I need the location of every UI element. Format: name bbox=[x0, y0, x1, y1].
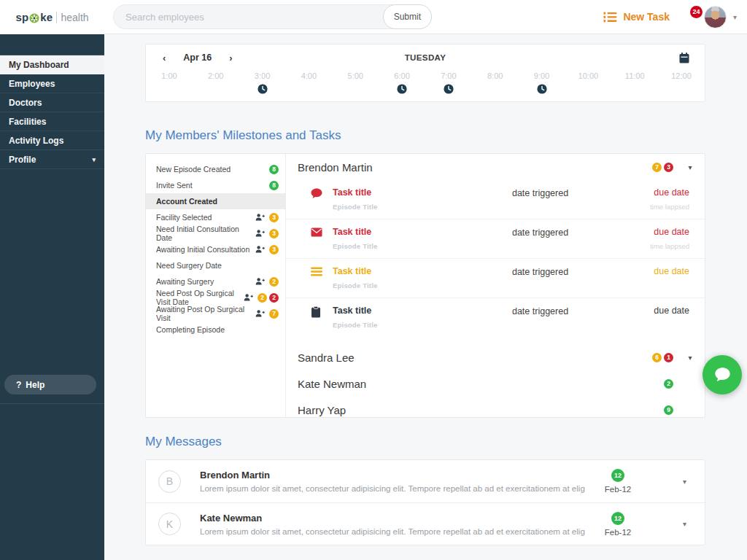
hour-label: 7:00 bbox=[441, 71, 456, 80]
message-avatar: B bbox=[158, 470, 181, 493]
app-logo[interactable]: sp ke health bbox=[0, 0, 104, 34]
help-label: Help bbox=[26, 380, 44, 390]
member-expand-chevron-icon[interactable]: ▾ bbox=[686, 163, 694, 171]
sidebar-item-label: Activity Logs bbox=[9, 136, 63, 146]
message-expand-chevron-icon[interactable]: ▾ bbox=[683, 478, 686, 486]
calendar-icon[interactable] bbox=[679, 52, 689, 63]
milestone-row[interactable]: New Episode Created8 bbox=[146, 161, 285, 177]
milestones-list: New Episode Created8Invite Sent8Account … bbox=[146, 154, 286, 417]
milestone-label: Awaiting Post Op Surgical Visit bbox=[156, 305, 255, 322]
topbar-right: New Task 24 ▾ bbox=[603, 6, 747, 28]
member-row-right: 9▾ bbox=[664, 405, 694, 415]
question-mark-icon: ? bbox=[16, 380, 21, 390]
prev-day-chevron-icon[interactable]: ‹ bbox=[161, 52, 167, 63]
task-row[interactable]: Task titleEpisode Titledate triggereddue… bbox=[286, 180, 705, 219]
sidebar-item-activity-logs[interactable]: Activity Logs bbox=[0, 131, 104, 150]
topbar: Submit New Task 24 ▾ bbox=[104, 0, 747, 34]
milestone-badges: 3 bbox=[255, 213, 279, 222]
count-badge-green: 9 bbox=[664, 405, 673, 415]
message-expand-chevron-icon[interactable]: ▾ bbox=[683, 520, 686, 528]
milestone-row[interactable]: Invite Sent8 bbox=[146, 177, 285, 193]
hour-label: 10:00 bbox=[578, 71, 599, 80]
milestone-row[interactable]: Awaiting Post Op Surgical Visit7 bbox=[146, 306, 285, 322]
sidebar-item-label: Doctors bbox=[9, 98, 42, 108]
count-badge-yellow: 2 bbox=[269, 277, 279, 287]
message-meta: 12Feb-12 bbox=[595, 512, 640, 537]
date-triggered: date triggered bbox=[460, 187, 621, 198]
chat-icon bbox=[311, 188, 322, 199]
notification-badge[interactable]: 24 bbox=[690, 6, 703, 18]
sidebar-divider bbox=[0, 403, 104, 404]
count-badge-green: 2 bbox=[664, 379, 673, 389]
sidebar-item-employees[interactable]: Employees bbox=[0, 74, 104, 93]
message-avatar: K bbox=[158, 513, 181, 535]
avatar-chevron-down-icon[interactable]: ▾ bbox=[733, 13, 737, 21]
logo-text-prefix: sp bbox=[15, 11, 28, 23]
member-row-right: 2▾ bbox=[664, 379, 694, 389]
member-row[interactable]: Sandra Lee61▾ bbox=[286, 344, 705, 370]
members-icon bbox=[255, 214, 266, 221]
task-row[interactable]: Task titleEpisode Titledate triggereddue… bbox=[286, 298, 705, 337]
sidebar-item-facilities[interactable]: Facilities bbox=[0, 112, 104, 131]
search-bar: Submit bbox=[113, 4, 432, 29]
member-row[interactable]: Brendon Martin73▾ bbox=[286, 154, 705, 180]
hour-label: 2:00 bbox=[208, 71, 223, 80]
milestone-badges: 22 bbox=[244, 293, 279, 303]
date-navigator: ‹ Apr 16 › bbox=[161, 52, 234, 63]
task-title: Task title bbox=[333, 266, 460, 276]
member-row[interactable]: Kate Newman2▾ bbox=[286, 370, 705, 397]
task-main: Task titleEpisode Title bbox=[322, 187, 460, 211]
hour-label: 8:00 bbox=[487, 71, 503, 80]
task-row[interactable]: Task titleEpisode Titledate triggereddue… bbox=[286, 258, 705, 298]
milestone-row[interactable]: Need Post Op Surgical Visit Date22 bbox=[146, 289, 285, 306]
task-main: Task titleEpisode Title bbox=[322, 306, 460, 329]
hour-slot: 3:00 bbox=[239, 71, 286, 94]
milestone-row[interactable]: Awaiting Initial Consultation3 bbox=[146, 241, 285, 257]
message-row[interactable]: BBrendon MartinLorem ipsum dolor sit ame… bbox=[146, 460, 705, 502]
milestone-row[interactable]: Need Initial Consultation Date3 bbox=[146, 225, 285, 241]
member-badges: 2 bbox=[664, 379, 673, 389]
members-icon bbox=[244, 294, 254, 301]
milestone-row[interactable]: Facility Selected3 bbox=[146, 209, 285, 225]
hour-slot: 8:00 bbox=[472, 71, 519, 94]
sidebar-item-doctors[interactable]: Doctors bbox=[0, 93, 104, 112]
milestone-row[interactable]: Awaiting Surgery2 bbox=[146, 273, 285, 289]
count-badge-green: 8 bbox=[269, 165, 279, 174]
message-row[interactable]: KKate NewmanLorem ipsum dolor sit amet, … bbox=[146, 502, 705, 545]
sidebar-item-my-dashboard[interactable]: My Dashboard bbox=[0, 55, 104, 74]
milestone-label: Awaiting Surgery bbox=[156, 277, 214, 286]
milestone-badges: 8 bbox=[269, 181, 279, 190]
due-date: due date bbox=[620, 306, 689, 316]
member-row-right: 73▾ bbox=[652, 163, 694, 172]
help-button[interactable]: ? Help bbox=[4, 375, 96, 394]
logo-divider bbox=[56, 12, 57, 23]
hour-slot: 10:00 bbox=[565, 71, 611, 94]
milestones-card: New Episode Created8Invite Sent8Account … bbox=[145, 153, 705, 418]
milestone-row[interactable]: Completing Episode bbox=[146, 322, 285, 338]
count-badge-yellow: 3 bbox=[269, 229, 279, 238]
milestone-label: Facility Selected bbox=[156, 213, 212, 222]
sidebar-item-profile[interactable]: Profile▾ bbox=[0, 150, 104, 169]
search-submit-button[interactable]: Submit bbox=[383, 4, 432, 29]
task-title: Task title bbox=[333, 187, 460, 198]
milestone-label: Need Post Op Surgical Visit Date bbox=[156, 289, 244, 306]
count-badge-yellow: 7 bbox=[269, 309, 279, 319]
user-avatar[interactable] bbox=[704, 6, 727, 28]
hour-label: 3:00 bbox=[255, 71, 270, 80]
member-expand-chevron-icon[interactable]: ▾ bbox=[686, 354, 694, 362]
hour-label: 12:00 bbox=[671, 71, 692, 80]
member-row[interactable]: Harry Yap9▾ bbox=[286, 397, 705, 423]
chat-fab-button[interactable] bbox=[703, 355, 742, 394]
count-badge-red: 3 bbox=[664, 163, 673, 172]
milestone-badges: 3 bbox=[255, 245, 279, 254]
next-day-chevron-icon[interactable]: › bbox=[228, 52, 233, 63]
task-row[interactable]: Task titleEpisode Titledate triggereddue… bbox=[286, 219, 705, 258]
date-triggered: date triggered bbox=[460, 306, 621, 316]
message-meta: 12Feb-12 bbox=[595, 469, 640, 494]
sidebar-item-label: Facilities bbox=[9, 117, 46, 127]
hour-label: 5:00 bbox=[348, 71, 363, 80]
new-task-button[interactable]: New Task bbox=[603, 11, 670, 23]
milestone-row[interactable]: Account Created bbox=[146, 193, 285, 209]
milestone-row[interactable]: Need Surgery Date bbox=[146, 257, 285, 273]
time-lapsed: time lappsed bbox=[620, 242, 689, 250]
